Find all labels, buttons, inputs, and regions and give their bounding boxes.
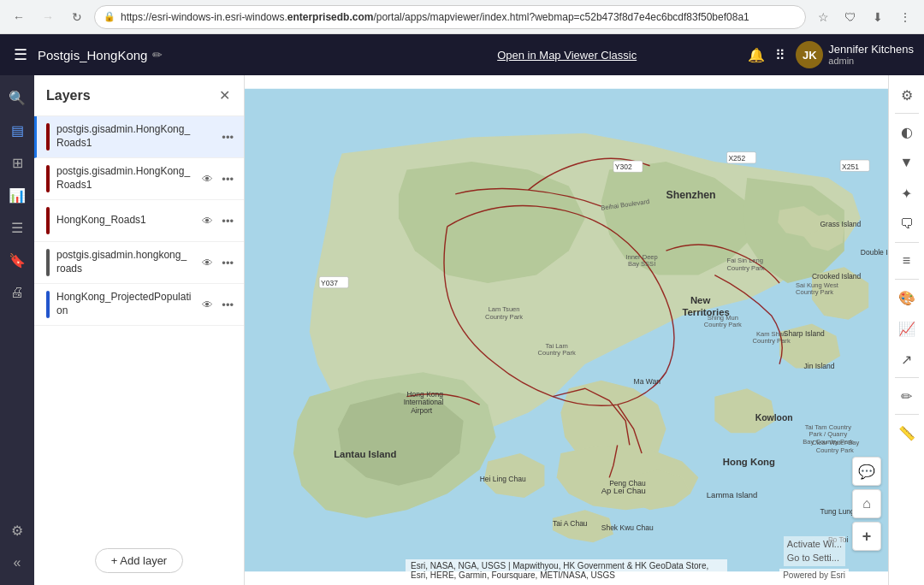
hamburger-button[interactable]: ☰: [10, 42, 31, 68]
sidebar-expand-button[interactable]: «: [2, 547, 33, 578]
sidebar-legend-button[interactable]: ☰: [2, 212, 33, 243]
sidebar-table-button[interactable]: ⊞: [2, 147, 33, 178]
layer-name: postgis.gisadmin.HongKong_Roads1: [56, 123, 220, 150]
layer-actions: 👁 •••: [200, 297, 235, 313]
layer-actions: 👁 •••: [200, 171, 235, 187]
layer-item[interactable]: postgis.gisadmin.hongkong_roads 👁 •••: [34, 242, 244, 284]
notification-button[interactable]: 🔔: [748, 47, 765, 63]
layer-actions: 👁 •••: [200, 255, 235, 271]
svg-text:Lamma Island: Lamma Island: [707, 490, 757, 499]
layer-color-indicator: [46, 291, 50, 318]
activate-windows-text: Activate Wi...Go to Setti...: [784, 536, 845, 566]
layer-more-button[interactable]: •••: [220, 297, 235, 313]
layer-color-indicator: [46, 165, 50, 192]
layer-visibility-button[interactable]: 👁: [200, 255, 215, 271]
svg-text:Country Park: Country Park: [704, 321, 742, 328]
edit-features-button[interactable]: 🎨: [892, 283, 921, 312]
layer-actions: •••: [220, 129, 235, 145]
url-text: https://esri-windows-in.esri-windows.ent…: [121, 11, 797, 23]
layer-visibility-button[interactable]: 👁: [200, 171, 215, 187]
right-sidebar: ⚙ ◐ ▼ ✦ 🗨 ≡ 🎨 📈 ↗ ✏ 📏: [888, 75, 924, 585]
layer-item[interactable]: HongKong_ProjectedPopulation 👁 •••: [34, 284, 244, 326]
user-info: Jennifer Kitchens admin: [828, 43, 914, 68]
svg-text:X251: X251: [842, 162, 859, 171]
app-title-text: Postgis_HongKong: [38, 48, 147, 62]
svg-text:Country Park: Country Park: [753, 337, 791, 345]
svg-text:Y037: Y037: [321, 279, 338, 287]
share-layer-button[interactable]: ↗: [892, 345, 921, 374]
popup-configure-button[interactable]: 🗨: [892, 210, 921, 239]
powered-by: Powered by Esri: [779, 569, 849, 582]
header-center: Open in Map Viewer Classic: [393, 49, 741, 62]
sidebar-layers-button[interactable]: ▤: [2, 115, 33, 145]
download-button[interactable]: ⬇: [866, 5, 890, 29]
user-name: Jennifer Kitchens: [828, 43, 914, 56]
svg-text:Country Park: Country Park: [538, 349, 576, 357]
sidebar-settings-button[interactable]: ⚙: [2, 515, 33, 546]
layer-visibility-button[interactable]: 👁: [200, 213, 215, 229]
filter-button[interactable]: ▼: [892, 148, 921, 177]
layer-item[interactable]: HongKong_Roads1 👁 •••: [34, 200, 244, 242]
svg-text:Grass Island: Grass Island: [820, 220, 861, 228]
layer-visibility-button[interactable]: 👁: [200, 297, 215, 313]
svg-text:Hong Kong: Hong Kong: [723, 457, 775, 467]
address-bar[interactable]: 🔒 https://esri-windows-in.esri-windows.e…: [94, 5, 806, 29]
toolbar-divider: [895, 113, 919, 114]
app-header: ☰ Postgis_HongKong ✏ Open in Map Viewer …: [0, 34, 924, 75]
svg-text:Hei Ling Chau: Hei Ling Chau: [480, 475, 526, 483]
layer-more-button[interactable]: •••: [220, 255, 235, 271]
layers-title: Layers: [46, 88, 217, 103]
stats-button[interactable]: 📈: [892, 314, 921, 343]
map-zoom-in-button[interactable]: +: [852, 522, 881, 551]
bookmark-star-button[interactable]: ☆: [811, 5, 835, 29]
main-content: 🔍 ▤ ⊞ 📊 ☰ 🔖 🖨 ⚙ « Layers ✕ postgis.gisad…: [0, 75, 924, 585]
effects-button[interactable]: ✦: [892, 179, 921, 208]
layer-item[interactable]: postgis.gisadmin.HongKong_Roads1 •••: [34, 116, 244, 158]
svg-text:Bay SSSI: Bay SSSI: [628, 260, 655, 268]
layer-more-button[interactable]: •••: [220, 129, 235, 145]
shield-button[interactable]: 🛡: [838, 5, 862, 29]
sidebar-bookmark-button[interactable]: 🔖: [2, 245, 33, 275]
svg-text:X252: X252: [728, 154, 745, 162]
add-layer-container: + Add layer: [34, 536, 244, 585]
user-role: admin: [828, 56, 914, 67]
forward-button[interactable]: →: [36, 5, 60, 29]
user-section[interactable]: JK Jennifer Kitchens admin: [796, 41, 914, 68]
browser-actions: ☆ 🛡 ⬇ ⋮: [811, 5, 917, 29]
app-container: ☰ Postgis_HongKong ✏ Open in Map Viewer …: [0, 34, 924, 585]
layer-more-button[interactable]: •••: [220, 171, 235, 187]
map-area[interactable]: Shenzhen New Territories Kowloon Hong Ko…: [245, 75, 888, 585]
draw-button[interactable]: ✏: [892, 381, 921, 411]
sidebar-chart-button[interactable]: 📊: [2, 180, 33, 210]
svg-text:Ap Lei Chau: Ap Lei Chau: [601, 486, 646, 495]
menu-button[interactable]: ⋮: [893, 5, 917, 29]
layer-more-button[interactable]: •••: [220, 213, 235, 229]
waffle-button[interactable]: ⠿: [775, 47, 785, 63]
layer-name: HongKong_ProjectedPopulation: [56, 291, 200, 317]
properties-button[interactable]: ⚙: [892, 80, 921, 109]
user-avatar: JK: [796, 41, 823, 68]
reload-button[interactable]: ↻: [65, 5, 89, 29]
back-button[interactable]: ←: [7, 5, 31, 29]
labels-button[interactable]: ≡: [892, 246, 921, 275]
edit-title-button[interactable]: ✏: [152, 48, 163, 62]
add-layer-button[interactable]: + Add layer: [95, 548, 183, 573]
toolbar-divider: [895, 377, 919, 378]
measure-button[interactable]: 📏: [892, 418, 921, 447]
styles-button[interactable]: ◐: [892, 117, 921, 146]
map-home-button[interactable]: ⌂: [852, 489, 881, 518]
svg-text:Airport: Airport: [411, 406, 433, 415]
svg-text:Lantau Island: Lantau Island: [334, 449, 396, 459]
svg-text:Tai A Chau: Tai A Chau: [553, 519, 588, 528]
map-popup-button[interactable]: 💬: [852, 457, 881, 486]
close-layers-button[interactable]: ✕: [217, 86, 232, 105]
svg-text:Kowloon: Kowloon: [755, 413, 793, 422]
svg-text:New: New: [690, 295, 711, 305]
sidebar-print-button[interactable]: 🖨: [2, 277, 33, 308]
svg-text:Shenzhen: Shenzhen: [666, 189, 715, 201]
sidebar-search-button[interactable]: 🔍: [2, 82, 33, 113]
left-sidebar: 🔍 ▤ ⊞ 📊 ☰ 🔖 🖨 ⚙ «: [0, 75, 34, 585]
svg-text:Country Park: Country Park: [727, 264, 765, 272]
layer-item[interactable]: postgis.gisadmin.HongKong_Roads1 👁 •••: [34, 158, 244, 200]
open-classic-button[interactable]: Open in Map Viewer Classic: [497, 49, 637, 62]
